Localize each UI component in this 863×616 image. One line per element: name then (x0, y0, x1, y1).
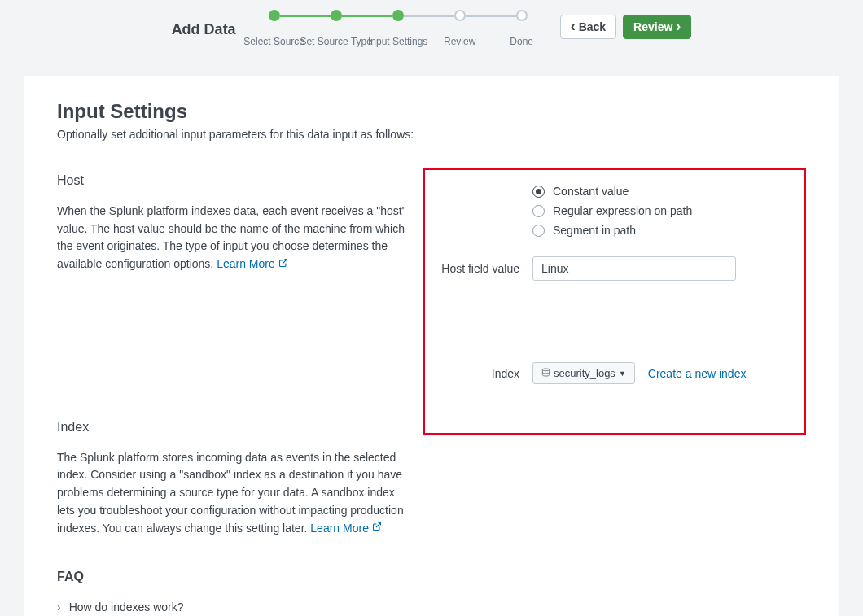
wizard-step-review: Review (454, 10, 466, 21)
index-learn-more-link[interactable]: Learn More (310, 520, 382, 538)
host-learn-more-link[interactable]: Learn More (217, 256, 288, 273)
external-link-icon (278, 257, 288, 273)
wizard-step-input-settings: Input Settings (392, 10, 404, 21)
index-label: Index (436, 367, 519, 380)
index-description: The Splunk platform stores incoming data… (57, 449, 407, 537)
topbar: Add Data Select Source Set Source Type I… (0, 0, 863, 59)
back-button[interactable]: Back (560, 15, 616, 39)
page-subtitle: Optionally set additional input paramete… (57, 128, 806, 141)
faq-item[interactable]: › How do indexes work? (57, 596, 407, 616)
host-field-label: Host field value (436, 262, 519, 275)
review-button[interactable]: Review (623, 15, 691, 39)
radio-icon (532, 205, 545, 217)
page-title: Input Settings (57, 100, 806, 123)
svg-line-0 (283, 259, 287, 264)
chevron-left-icon (571, 20, 576, 33)
index-heading: Index (57, 420, 407, 435)
database-icon (541, 368, 550, 378)
chevron-right-icon: › (57, 601, 61, 614)
wizard-step-select-source: Select Source (269, 10, 280, 21)
radio-icon (532, 186, 545, 198)
wizard-steps: Select Source Set Source Type Input Sett… (269, 10, 528, 50)
radio-regex-on-path[interactable]: Regular expression on path (532, 201, 793, 221)
host-field-input[interactable] (532, 256, 736, 281)
faq-heading: FAQ (57, 570, 407, 584)
svg-line-1 (376, 523, 381, 528)
page-wizard-title: Add Data (172, 10, 236, 38)
svg-point-2 (542, 369, 549, 371)
caret-down-icon: ▼ (619, 369, 626, 378)
index-dropdown[interactable]: security_logs ▼ (532, 362, 635, 384)
wizard-step-done: Done (516, 10, 528, 21)
create-index-link[interactable]: Create a new index (648, 367, 747, 380)
host-description: When the Splunk platform indexes data, e… (57, 203, 407, 273)
highlight-box: Constant value Regular expression on pat… (423, 168, 806, 435)
host-heading: Host (57, 173, 407, 188)
chevron-right-icon (676, 20, 681, 33)
radio-constant-value[interactable]: Constant value (532, 181, 793, 201)
external-link-icon (372, 521, 382, 536)
host-mode-radio-group: Constant value Regular expression on pat… (436, 181, 793, 240)
radio-segment-in-path[interactable]: Segment in path (532, 221, 793, 240)
radio-icon (532, 225, 545, 237)
content-panel: Input Settings Optionally set additional… (24, 76, 839, 616)
wizard-step-set-source-type: Set Source Type (331, 10, 342, 21)
